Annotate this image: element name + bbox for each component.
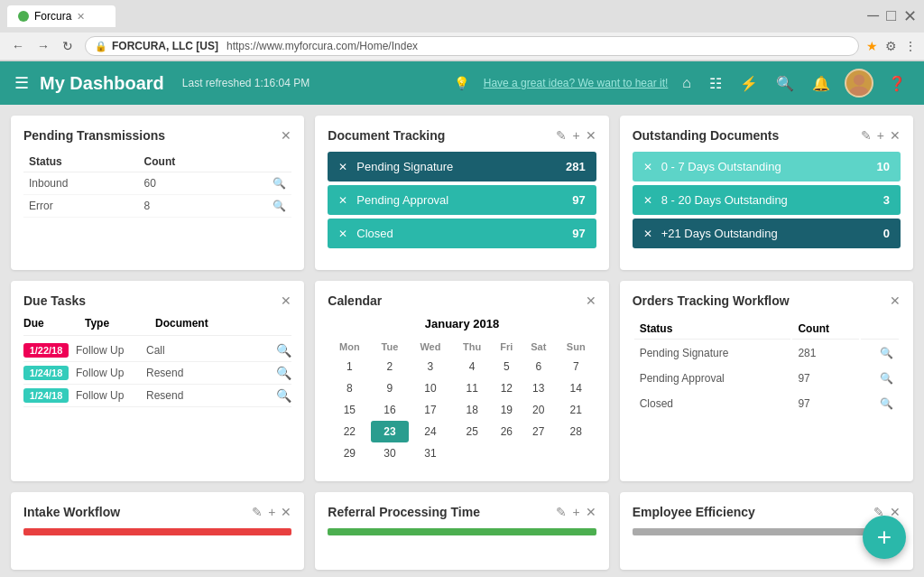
company-label: FORCURA, LLC [US] — [112, 40, 218, 52]
close-out-doc-button[interactable]: ✕ — [890, 128, 901, 143]
calendar-day-cell[interactable]: 23 — [371, 421, 408, 442]
calendar-day-header: Tue — [371, 338, 408, 356]
calendar-day-cell[interactable]: 28 — [556, 421, 596, 442]
calendar-day-cell[interactable]: 30 — [371, 442, 408, 464]
outstanding-doc-item[interactable]: ✕ 0 - 7 Days Outstanding 10 — [633, 152, 901, 181]
help-button[interactable]: ❓ — [884, 71, 910, 96]
maximize-button[interactable]: □ — [886, 6, 896, 26]
orders-row: Closed 97 🔍 — [634, 392, 899, 415]
refresh-button[interactable]: ↻ — [58, 37, 78, 55]
home-button[interactable]: ⌂ — [679, 71, 695, 95]
calendar-day-cell[interactable]: 11 — [452, 377, 492, 399]
calendar-day-cell[interactable]: 16 — [371, 399, 408, 421]
edit-doc-track-icon[interactable]: ✎ — [556, 128, 567, 143]
task-search-button[interactable]: 🔍 — [276, 366, 291, 380]
orders-search-button[interactable]: 🔍 — [861, 392, 899, 415]
tab-close-button[interactable]: ✕ — [77, 11, 85, 23]
calendar-day-cell[interactable]: 5 — [492, 356, 522, 377]
count-cell: 8 — [139, 195, 236, 218]
browser-tab[interactable]: Forcura ✕ — [7, 5, 116, 27]
close-window-button[interactable]: ✕ — [903, 6, 917, 26]
close-intake-button[interactable]: ✕ — [281, 505, 291, 519]
add-doc-track-icon[interactable]: + — [572, 128, 579, 143]
sidebar-toggle-button[interactable]: ☰ — [14, 73, 29, 93]
menu-icon[interactable]: ⋮ — [904, 39, 917, 53]
calendar-day-cell[interactable]: 14 — [556, 377, 596, 399]
doc-track-item[interactable]: ✕ Pending Signature 281 — [328, 152, 596, 181]
close-referral-button[interactable]: ✕ — [586, 505, 596, 519]
calendar-day-cell[interactable]: 7 — [556, 356, 596, 377]
calendar-day-cell[interactable]: 17 — [409, 399, 453, 421]
type-col-header: Type — [85, 317, 148, 330]
due-date-badge: 1/24/18 — [23, 366, 69, 380]
calendar-day-cell[interactable]: 6 — [522, 356, 556, 377]
close-orders-button[interactable]: ✕ — [890, 293, 901, 308]
calendar-day-cell[interactable]: 4 — [452, 356, 492, 377]
calendar-day-cell[interactable]: 20 — [522, 399, 556, 421]
add-referral-icon[interactable]: + — [572, 505, 579, 519]
calendar-day-cell[interactable]: 22 — [328, 421, 371, 442]
orders-search-button[interactable]: 🔍 — [861, 341, 899, 365]
doc-track-item[interactable]: ✕ Closed 97 — [328, 219, 596, 248]
outstanding-documents-title: Outstanding Documents — [633, 128, 780, 143]
out-doc-count: 10 — [877, 160, 890, 173]
remove-out-doc-icon[interactable]: ✕ — [643, 161, 652, 173]
star-icon[interactable]: ★ — [866, 39, 878, 53]
calendar-day-header: Fri — [492, 338, 522, 356]
add-out-doc-icon[interactable]: + — [877, 128, 884, 143]
calendar-day-cell[interactable]: 19 — [492, 399, 522, 421]
edit-out-doc-icon[interactable]: ✎ — [861, 128, 872, 143]
close-calendar-button[interactable]: ✕ — [586, 293, 596, 308]
grid-menu-button[interactable]: ☷ — [706, 71, 725, 96]
calendar-day-cell[interactable]: 3 — [409, 356, 453, 377]
lightning-button[interactable]: ⚡ — [736, 71, 762, 96]
remove-doc-track-icon[interactable]: ✕ — [338, 194, 347, 207]
browser-nav: ← → ↻ — [7, 37, 78, 55]
calendar-day-cell[interactable]: 15 — [328, 399, 371, 421]
search-header-button[interactable]: 🔍 — [772, 71, 798, 96]
calendar-day-cell[interactable]: 8 — [328, 377, 371, 399]
calendar-day-cell[interactable]: 1 — [328, 356, 371, 377]
edit-referral-icon[interactable]: ✎ — [556, 505, 567, 519]
back-button[interactable]: ← — [7, 37, 29, 55]
close-doc-track-button[interactable]: ✕ — [586, 128, 596, 143]
user-avatar[interactable] — [845, 69, 873, 98]
calendar-day-cell[interactable]: 13 — [522, 377, 556, 399]
outstanding-doc-item[interactable]: ✕ 8 - 20 Days Outstanding 3 — [633, 185, 901, 215]
search-row-button[interactable]: 🔍 — [236, 195, 291, 218]
url-box[interactable]: 🔒 FORCURA, LLC [US] https://www.myforcur… — [85, 36, 859, 56]
remove-out-doc-icon[interactable]: ✕ — [643, 228, 652, 240]
orders-search-button[interactable]: 🔍 — [861, 367, 899, 390]
calendar-day-cell[interactable]: 27 — [522, 421, 556, 442]
extensions-icon[interactable]: ⚙ — [885, 39, 897, 53]
calendar-day-cell[interactable]: 9 — [371, 377, 408, 399]
minimize-button[interactable]: ─ — [867, 6, 879, 26]
calendar-day-cell[interactable]: 29 — [328, 442, 371, 464]
calendar-day-cell[interactable]: 10 — [409, 377, 453, 399]
notifications-button[interactable]: 🔔 — [808, 71, 834, 96]
fab-button[interactable]: + — [863, 516, 906, 559]
doc-track-item[interactable]: ✕ Pending Approval 97 — [328, 185, 596, 215]
idea-link[interactable]: Have a great idea? We want to hear it! — [484, 77, 669, 89]
calendar-day-cell[interactable]: 25 — [452, 421, 492, 442]
calendar-day-cell[interactable]: 12 — [492, 377, 522, 399]
edit-intake-icon[interactable]: ✎ — [252, 505, 263, 519]
task-search-button[interactable]: 🔍 — [276, 343, 291, 358]
task-search-button[interactable]: 🔍 — [276, 388, 291, 403]
calendar-day-cell[interactable]: 24 — [409, 421, 453, 442]
calendar-day-cell[interactable]: 31 — [409, 442, 453, 464]
dashboard-title: My Dashboard — [40, 73, 164, 94]
close-due-tasks-button[interactable]: ✕ — [281, 293, 291, 308]
search-row-button[interactable]: 🔍 — [236, 172, 291, 195]
outstanding-doc-item[interactable]: ✕ +21 Days Outstanding 0 — [633, 219, 901, 248]
remove-doc-track-icon[interactable]: ✕ — [338, 228, 347, 240]
remove-doc-track-icon[interactable]: ✕ — [338, 161, 347, 173]
close-pending-button[interactable]: ✕ — [281, 128, 291, 143]
calendar-day-cell[interactable]: 18 — [452, 399, 492, 421]
remove-out-doc-icon[interactable]: ✕ — [643, 194, 652, 207]
add-intake-icon[interactable]: + — [268, 505, 275, 519]
forward-button[interactable]: → — [32, 37, 54, 55]
calendar-day-cell[interactable]: 26 — [492, 421, 522, 442]
calendar-day-cell[interactable]: 2 — [371, 356, 408, 377]
calendar-day-cell[interactable]: 21 — [556, 399, 596, 421]
